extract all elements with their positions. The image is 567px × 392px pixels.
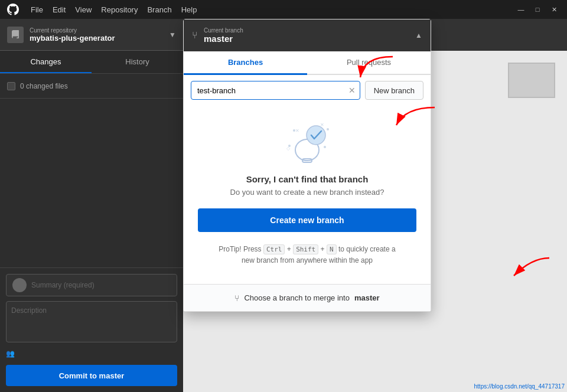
repo-icon	[7, 27, 24, 43]
changed-files-row: 0 changed files	[0, 74, 183, 99]
current-branch-label: Current branch	[204, 27, 243, 34]
svg-point-4	[324, 146, 326, 148]
changed-files-label: 0 changed files	[20, 82, 68, 90]
decorative-image	[508, 63, 555, 98]
footer-branch-name: master	[354, 293, 380, 302]
summary-placeholder: Summary (required)	[31, 281, 94, 289]
github-logo-icon	[7, 4, 19, 15]
protip-label: ProTip! Press	[219, 245, 263, 253]
protip-text: ProTip! Press Ctrl + Shift + N to quickl…	[219, 244, 395, 266]
svg-text:✕: ✕	[295, 128, 299, 133]
branch-search-input[interactable]	[191, 81, 360, 100]
new-branch-button[interactable]: New branch	[365, 81, 423, 100]
empty-state-title: Sorry, I can't find that branch	[246, 174, 369, 184]
sidebar: Current repository mybatis-plus-generato…	[0, 19, 183, 392]
branch-dropdown-header: ⑂ Current branch master ▲	[184, 19, 431, 51]
empty-illustration: ✕ ✕ ◇	[278, 117, 337, 165]
svg-text:◇: ◇	[286, 146, 291, 151]
menu-file[interactable]: File	[31, 5, 43, 14]
right-panel: ↻ Fetch origin Last fetched 14 minutes a…	[183, 19, 567, 392]
key-ctrl: Ctrl	[263, 244, 285, 254]
search-clear-icon[interactable]: ✕	[348, 86, 356, 95]
branch-dropdown: ⑂ Current branch master ▲ Branches Pull …	[183, 19, 431, 312]
watermark: https://blog.csdn.net/qq_44717317	[474, 383, 565, 390]
create-branch-button[interactable]: Create new branch	[198, 208, 416, 232]
repo-name: mybatis-plus-generator	[30, 34, 169, 43]
svg-text:✕: ✕	[320, 122, 324, 128]
sidebar-content	[0, 99, 183, 267]
branch-search-row: ✕ New branch	[184, 75, 431, 106]
branch-tabs: Branches Pull requests	[184, 51, 431, 75]
branch-footer[interactable]: ⑂ Choose a branch to merge into master	[184, 284, 431, 311]
tab-history[interactable]: History	[92, 51, 183, 73]
footer-label: Choose a branch to merge into	[244, 293, 350, 302]
commit-button[interactable]: Commit to master	[6, 365, 177, 386]
menu-edit[interactable]: Edit	[53, 5, 66, 14]
sidebar-tabs: Changes History	[0, 51, 183, 74]
close-button[interactable]: ✕	[548, 4, 560, 15]
key-shift: Shift	[293, 244, 318, 254]
tab-branches[interactable]: Branches	[184, 51, 307, 75]
tab-pull-requests[interactable]: Pull requests	[307, 51, 431, 75]
key-n: N	[327, 244, 337, 254]
maximize-button[interactable]: □	[532, 4, 543, 15]
empty-state-subtitle: Do you want to create a new branch inste…	[230, 188, 384, 197]
repo-header[interactable]: Current repository mybatis-plus-generato…	[0, 19, 183, 51]
branch-icon: ⑂	[192, 30, 198, 41]
add-coauthor[interactable]: 👥	[6, 347, 177, 360]
tab-changes[interactable]: Changes	[0, 51, 92, 73]
commit-summary-input[interactable]: Summary (required)	[6, 274, 177, 296]
repo-dropdown-chevron[interactable]: ▼	[169, 31, 176, 39]
branch-chevron-icon[interactable]: ▲	[415, 31, 422, 40]
select-all-checkbox[interactable]	[7, 82, 15, 90]
menu-branch[interactable]: Branch	[147, 5, 171, 14]
svg-point-2	[307, 126, 325, 145]
description-placeholder: Description	[11, 306, 47, 315]
commit-description-input[interactable]: Description	[6, 301, 177, 342]
svg-point-6	[327, 128, 329, 130]
commit-area: Summary (required) Description 👥 Commit …	[0, 267, 183, 392]
footer-branch-icon: ⑂	[234, 293, 239, 303]
current-branch-name: master	[204, 34, 243, 44]
minimize-button[interactable]: —	[515, 4, 527, 15]
branch-empty-state: ✕ ✕ ◇ Sorry, I can't find that branch Do…	[184, 106, 431, 284]
title-bar: File Edit View Repository Branch Help — …	[0, 0, 567, 19]
avatar	[12, 278, 27, 292]
menu-repository[interactable]: Repository	[101, 5, 138, 14]
menu-view[interactable]: View	[75, 5, 92, 14]
repo-label: Current repository	[30, 27, 169, 34]
menu-help[interactable]: Help	[181, 5, 197, 14]
